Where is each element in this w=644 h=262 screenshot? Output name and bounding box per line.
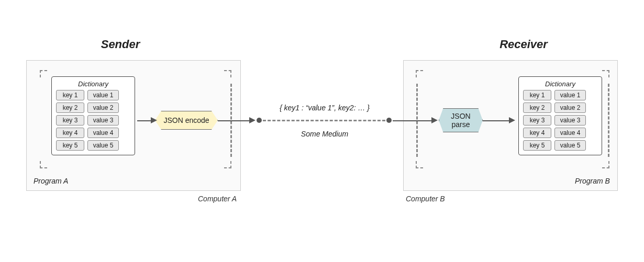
program-b-corner-br	[602, 161, 609, 168]
dict-key: key 5	[523, 140, 551, 151]
dict-a-row: key 2 value 2	[56, 102, 130, 113]
dict-b-row: key 1 value 1	[523, 90, 597, 100]
program-a-corner-tr	[224, 70, 231, 77]
json-parse-node: JSON parse	[439, 108, 483, 132]
dict-key: key 3	[56, 115, 84, 126]
arrow-head-icon	[431, 117, 438, 123]
dict-b-row: key 4 value 4	[523, 128, 597, 138]
dict-val: value 1	[554, 90, 586, 100]
program-a-corner-tl	[40, 70, 47, 77]
sender-title: Sender	[0, 38, 241, 51]
dict-a-row: key 3 value 3	[56, 115, 130, 126]
dict-a-row: key 5 value 5	[56, 140, 130, 151]
json-parse-label: JSON parse	[451, 112, 470, 129]
dict-val: value 1	[87, 90, 119, 100]
program-b-corner-tr	[602, 70, 609, 77]
dict-key: key 1	[56, 90, 84, 100]
connector-dot-icon	[386, 118, 392, 123]
arrow-line	[137, 120, 152, 121]
program-a-label: Program A	[34, 177, 68, 185]
medium-label: Some Medium	[262, 130, 387, 138]
dict-val: value 3	[554, 115, 586, 126]
program-a-corner-bl	[40, 161, 47, 168]
json-encode-label: JSON encode	[163, 116, 209, 124]
program-b-side-dash-right	[608, 84, 609, 157]
dict-b-row: key 3 value 3	[523, 115, 597, 126]
arrow-head-icon	[249, 117, 256, 123]
dict-key: key 4	[523, 128, 551, 138]
arrow-head-icon	[509, 117, 515, 123]
dict-key: key 1	[523, 90, 551, 100]
dict-a-row: key 4 value 4	[56, 128, 130, 138]
dict-val: value 4	[87, 128, 119, 138]
dict-val: value 5	[554, 140, 586, 151]
dict-key: key 2	[56, 102, 84, 113]
dictionary-b: Dictionary key 1 value 1 key 2 value 2 k…	[518, 76, 602, 155]
dict-val: value 2	[87, 102, 119, 113]
medium-payload: { key1 : “value 1”, key2: … }	[262, 104, 387, 112]
dict-val: value 4	[554, 128, 586, 138]
dict-b-row: key 2 value 2	[523, 102, 597, 113]
program-b-corner-bl	[416, 161, 423, 168]
dictionary-b-title: Dictionary	[523, 80, 597, 88]
dict-b-row: key 5 value 5	[523, 140, 597, 151]
program-a-corner-br	[224, 161, 231, 168]
json-encode-node: JSON encode	[155, 111, 218, 130]
computer-a-label: Computer A	[198, 195, 237, 203]
dict-key: key 3	[523, 115, 551, 126]
computer-b-label: Computer B	[406, 195, 445, 203]
diagram-canvas: Sender Receiver Computer A Computer B Pr…	[0, 0, 644, 262]
dict-val: value 2	[554, 102, 586, 113]
arrow-line	[483, 120, 510, 121]
program-b-label: Program B	[575, 177, 610, 185]
arrow-line	[218, 120, 250, 121]
dict-key: key 5	[56, 140, 84, 151]
dictionary-a: Dictionary key 1 value 1 key 2 value 2 k…	[51, 76, 135, 155]
dictionary-a-title: Dictionary	[56, 80, 130, 88]
receiver-title: Receiver	[403, 38, 644, 51]
program-b-corner-tl	[416, 70, 423, 77]
dict-key: key 2	[523, 102, 551, 113]
dict-a-row: key 1 value 1	[56, 90, 130, 100]
medium-line	[263, 120, 385, 121]
dict-key: key 4	[56, 128, 84, 138]
connector-dot-icon	[257, 118, 262, 123]
arrow-line	[393, 120, 432, 121]
dict-val: value 3	[87, 115, 119, 126]
arrow-head-icon	[151, 117, 157, 123]
dict-val: value 5	[87, 140, 119, 151]
